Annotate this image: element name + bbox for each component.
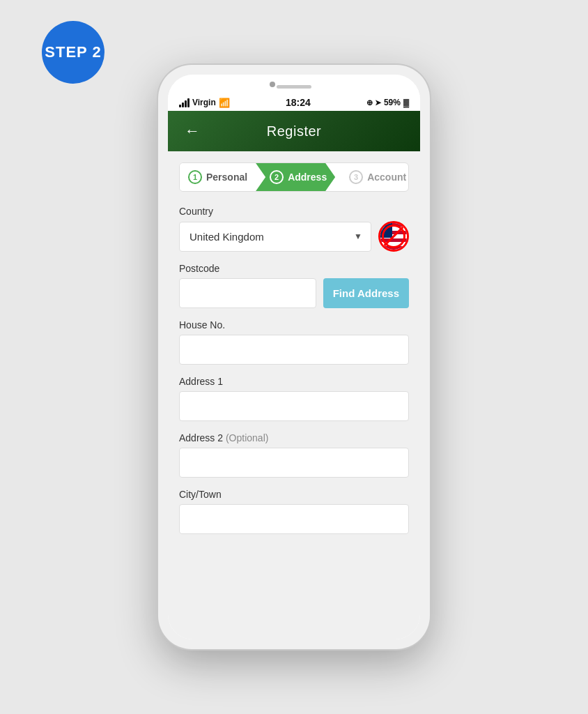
time-label: 18:24 xyxy=(286,97,311,108)
battery-label: 59% xyxy=(384,98,401,107)
house-no-input[interactable] xyxy=(179,335,409,365)
wifi-icon: 📶 xyxy=(219,98,230,108)
country-row: United Kingdom United States Ireland Fra… xyxy=(179,221,409,252)
postcode-label: Postcode xyxy=(179,263,409,274)
step-1-label: Personal xyxy=(206,172,247,183)
status-right: ⊕ ➤ 59% ▓ xyxy=(366,98,409,107)
city-field-group: City/Town xyxy=(179,489,409,534)
step-2-circle: 2 xyxy=(270,170,284,184)
country-select[interactable]: United Kingdom United States Ireland Fra… xyxy=(180,222,371,251)
step-1-circle: 1 xyxy=(188,170,202,184)
step-2-label: Address xyxy=(288,172,327,183)
phone-notch-area xyxy=(168,75,420,96)
phone-camera xyxy=(270,82,275,87)
country-field-group: Country United Kingdom United States Ire… xyxy=(179,206,409,252)
step-badge: STEP 2 xyxy=(42,21,105,84)
country-label: Country xyxy=(179,206,409,217)
location-icon: ⊕ ➤ xyxy=(366,98,381,107)
find-address-button[interactable]: Find Address xyxy=(323,278,409,308)
address2-input[interactable] xyxy=(179,448,409,478)
city-label: City/Town xyxy=(179,489,409,500)
address2-field-group: Address 2 (Optional) xyxy=(179,432,409,478)
address1-label: Address 1 xyxy=(179,376,409,387)
phone-frame: Virgin 📶 18:24 ⊕ ➤ 59% ▓ ← Register 1 Pe… xyxy=(158,65,430,649)
carrier-label: Virgin xyxy=(192,98,216,107)
status-bar: Virgin 📶 18:24 ⊕ ➤ 59% ▓ xyxy=(168,96,420,111)
step-3-circle: 3 xyxy=(349,170,363,184)
step-account[interactable]: 3 Account xyxy=(335,163,409,191)
address1-field-group: Address 1 xyxy=(179,376,409,421)
phone-screen: Virgin 📶 18:24 ⊕ ➤ 59% ▓ ← Register 1 Pe… xyxy=(168,75,420,639)
address1-input[interactable] xyxy=(179,391,409,421)
step-personal[interactable]: 1 Personal xyxy=(180,163,256,191)
address2-label: Address 2 (Optional) xyxy=(179,432,409,443)
signal-icon xyxy=(179,98,189,107)
status-left: Virgin 📶 xyxy=(179,98,230,108)
phone-speaker xyxy=(277,85,311,89)
city-input[interactable] xyxy=(179,504,409,534)
flag-no-icon[interactable] xyxy=(378,221,409,252)
country-select-wrapper: United Kingdom United States Ireland Fra… xyxy=(179,222,371,252)
postcode-field-group: Postcode Find Address xyxy=(179,263,409,308)
postcode-row: Find Address xyxy=(179,278,409,308)
step-address[interactable]: 2 Address xyxy=(256,163,335,191)
address2-optional: (Optional) xyxy=(226,432,268,443)
step-3-label: Account xyxy=(367,172,406,183)
house-no-label: House No. xyxy=(179,319,409,331)
back-button[interactable]: ← xyxy=(179,119,206,143)
postcode-input[interactable] xyxy=(179,278,316,308)
app-content: 1 Personal 2 Address 3 Account Country xyxy=(168,151,420,639)
progress-steps: 1 Personal 2 Address 3 Account xyxy=(179,162,409,192)
app-header: ← Register xyxy=(168,111,420,151)
no-entry-icon xyxy=(380,223,407,250)
page-title: Register xyxy=(267,123,321,139)
battery-icon: ▓ xyxy=(403,98,409,107)
house-no-field-group: House No. xyxy=(179,319,409,365)
